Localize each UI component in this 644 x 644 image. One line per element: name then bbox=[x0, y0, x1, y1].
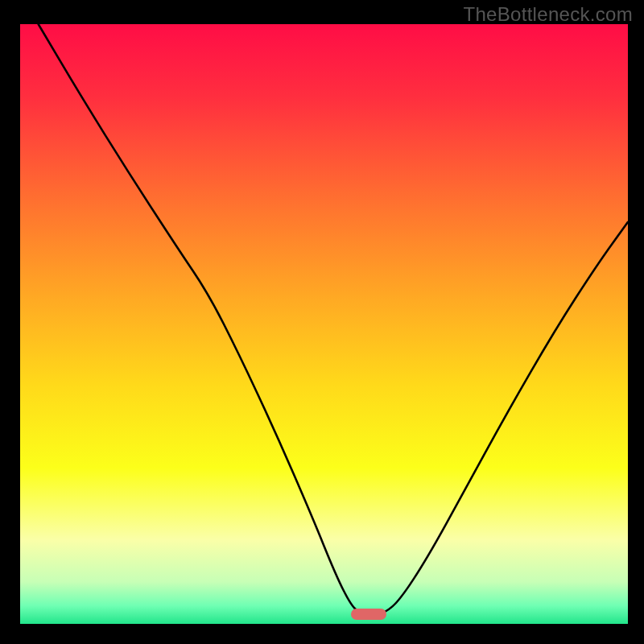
optimal-marker bbox=[351, 609, 386, 620]
plot-area bbox=[20, 24, 628, 624]
chart-frame: TheBottleneck.com bbox=[0, 0, 644, 644]
bottleneck-curve bbox=[20, 24, 628, 624]
watermark-label: TheBottleneck.com bbox=[463, 3, 633, 26]
